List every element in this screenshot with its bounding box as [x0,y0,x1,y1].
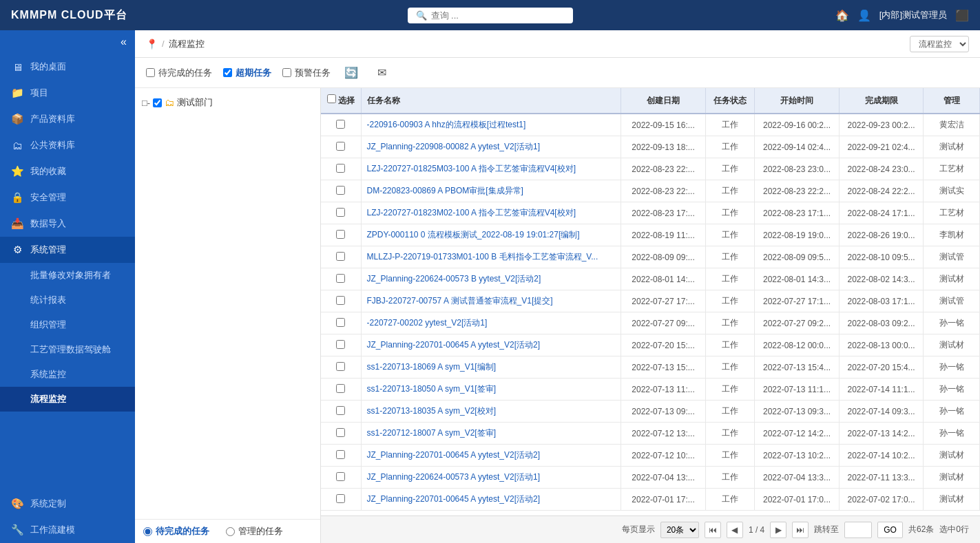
last-page-button[interactable]: ⏭ [792,522,809,538]
user-icon[interactable]: 👤 [857,9,871,22]
task-name-link[interactable]: LZJ-220727-01823M02-100 A 指令工艺签审流程V4[校对] [367,208,576,217]
task-name-link[interactable]: JZ_Planning-220908-00082 A yytest_V2[活动1… [367,142,541,151]
task-name-link[interactable]: LZJ-220727-01825M03-100 A 指令工艺签审流程V4[校对] [367,164,576,173]
sidebar-sub-sys-monitor[interactable]: 系统监控 [0,362,135,387]
select-all-checkbox[interactable] [327,94,336,103]
sidebar-item-product-lib[interactable]: 📦 产品资料库 [0,106,135,132]
row-checkbox-cell[interactable] [321,467,361,489]
task-name-link[interactable]: ss1-220713-18050 A sym_V1[签审] [367,384,496,394]
logout-icon[interactable]: ⬛ [955,9,969,22]
row-checkbox-cell[interactable] [321,423,361,445]
tree-node-checkbox[interactable] [153,98,162,107]
sidebar-item-data-import[interactable]: 📥 数据导入 [0,211,135,237]
filter-pending-checkbox[interactable] [146,68,155,77]
task-name-link[interactable]: ss1-220713-18069 A sym_V1[编制] [367,362,496,372]
task-name-link[interactable]: DM-220823-00869 A PBOM审批[集成异常] [367,186,523,195]
sidebar-item-customize[interactable]: 🎨 系统定制 [0,491,135,517]
task-name-link[interactable]: ZPDY-000110 0 流程模板测试_2022-08-19 19:01:27… [367,230,580,239]
per-page-select[interactable]: 20条 [660,522,699,538]
row-checkbox-cell[interactable] [321,114,361,136]
sidebar-item-favorites[interactable]: ⭐ 我的收藏 [0,158,135,184]
row-checkbox-cell[interactable] [321,334,361,356]
table-scroll[interactable]: 选择 任务名称 创建日期 任务状态 开始时间 完成期限 管理 [321,88,980,515]
row-checkbox-cell[interactable] [321,356,361,379]
th-status[interactable]: 任务状态 [705,88,754,114]
row-checkbox[interactable] [336,494,345,503]
row-checkbox-cell[interactable] [321,202,361,224]
filter-overdue-checkbox[interactable] [223,68,232,77]
row-checkbox-cell[interactable] [321,401,361,423]
task-name-link[interactable]: -220727-00202 yytest_V2[活动1] [367,318,488,328]
search-input[interactable] [431,10,565,21]
row-checkbox[interactable] [336,318,345,327]
row-checkbox-cell[interactable] [321,268,361,290]
task-name-link[interactable]: JZ_Planning-220701-00645 A yytest_V2[活动2… [367,494,541,504]
radio-managed[interactable]: 管理的任务 [226,525,283,537]
radio-pending[interactable]: 待完成的任务 [143,525,209,537]
row-checkbox-cell[interactable] [321,158,361,180]
sidebar-sub-org-mgmt[interactable]: 组织管理 [0,312,135,337]
task-name-link[interactable]: JZ_Planning-220701-00645 A yytest_V2[活动2… [367,450,541,460]
task-name-link[interactable]: JZ_Planning-220701-00645 A yytest_V2[活动2… [367,340,541,350]
task-name-link[interactable]: FJBJ-220727-00757 A 测试普通签审流程_V1[提交] [367,296,553,306]
sidebar-sub-craft-dashboard[interactable]: 工艺管理数据驾驶舱 [0,337,135,362]
sidebar-sub-stats-report[interactable]: 统计报表 [0,288,135,312]
go-button[interactable]: GO [877,522,903,538]
row-checkbox[interactable] [336,164,345,173]
row-checkbox-cell[interactable] [321,180,361,202]
row-checkbox[interactable] [336,384,345,393]
row-checkbox[interactable] [336,362,345,371]
row-checkbox[interactable] [336,472,345,481]
view-select[interactable]: 流程监控 [910,36,969,52]
row-checkbox[interactable] [336,340,345,349]
sidebar-item-sys-mgmt[interactable]: ⚙ 系统管理 [0,237,135,263]
sidebar-sub-batch-modify[interactable]: 批量修改对象拥有者 [0,263,135,288]
row-checkbox[interactable] [336,450,345,459]
row-checkbox[interactable] [336,296,345,305]
next-page-button[interactable]: ▶ [770,522,786,538]
task-name-link[interactable]: JZ_Planning-220624-00573 A yytest_V2[活动1… [367,472,541,482]
filter-pending[interactable]: 待完成的任务 [146,67,212,79]
sidebar-item-project[interactable]: 📁 项目 [0,80,135,106]
row-checkbox-cell[interactable] [321,224,361,246]
sidebar-item-security[interactable]: 🔒 安全管理 [0,184,135,211]
row-checkbox[interactable] [336,142,345,151]
radio-pending-input[interactable] [143,527,152,536]
filter-warning-checkbox[interactable] [282,68,291,77]
row-checkbox-cell[interactable] [321,489,361,511]
sidebar-sub-flow-monitor[interactable]: 流程监控 [0,387,135,412]
row-checkbox-cell[interactable] [321,136,361,158]
row-checkbox[interactable] [336,186,345,195]
task-name-link[interactable]: ss1-220712-18007 A sym_V2[签审] [367,428,496,438]
first-page-button[interactable]: ⏮ [705,522,721,538]
filter-overdue[interactable]: 超期任务 [223,67,271,79]
tree-expand-icon[interactable]: □- [142,98,150,108]
th-deadline[interactable]: 完成期限 [839,88,924,114]
row-checkbox[interactable] [336,406,345,415]
sidebar-item-workflow-build[interactable]: 🔧 工作流建模 [0,517,135,543]
jump-input[interactable] [844,522,872,538]
task-name-link[interactable]: ss1-220713-18035 A sym_V2[校对] [367,406,496,416]
row-checkbox-cell[interactable] [321,290,361,312]
sidebar-collapse-button[interactable]: « [0,30,135,54]
home-icon[interactable]: 🏠 [835,9,849,22]
th-manager[interactable]: 管理 [924,88,980,114]
row-checkbox[interactable] [336,120,345,129]
th-create-date[interactable]: 创建日期 [621,88,706,114]
prev-page-button[interactable]: ◀ [727,522,743,538]
row-checkbox[interactable] [336,208,345,217]
row-checkbox-cell[interactable] [321,246,361,268]
row-checkbox[interactable] [336,274,345,283]
sidebar-item-desktop[interactable]: 🖥 我的桌面 [0,54,135,80]
sidebar-item-public-lib[interactable]: 🗂 公共资料库 [0,132,135,158]
email-button[interactable]: ✉ [372,63,391,83]
radio-managed-input[interactable] [226,527,235,536]
search-bar[interactable]: 🔍 [408,8,573,23]
filter-warning[interactable]: 预警任务 [282,67,331,79]
row-checkbox[interactable] [336,428,345,437]
task-name-link[interactable]: MLLZJ-P-220719-01733M01-100 B 毛料指令工艺签审流程… [367,252,598,262]
row-checkbox-cell[interactable] [321,312,361,334]
row-checkbox[interactable] [336,252,345,261]
row-checkbox[interactable] [336,230,345,239]
row-checkbox-cell[interactable] [321,445,361,467]
